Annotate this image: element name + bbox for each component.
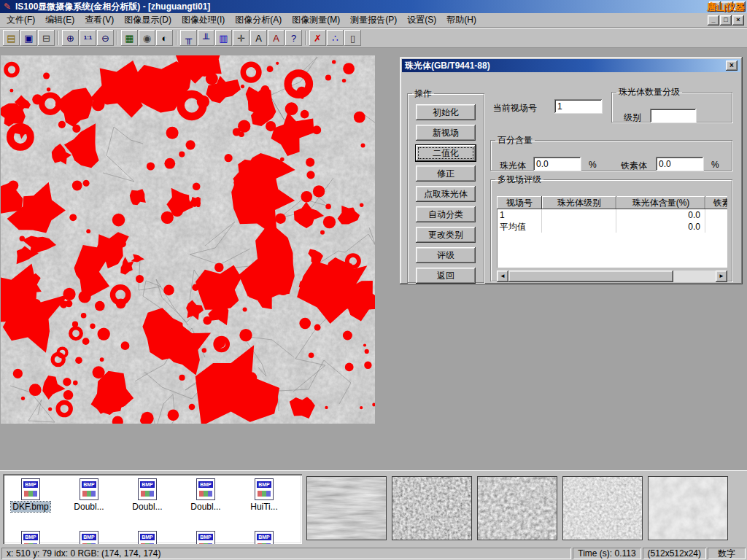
pearlite-percent-input[interactable] [533, 157, 581, 171]
scroll-left-icon[interactable]: ◄ [497, 271, 508, 282]
op-button-auto-classify[interactable]: 自动分类 [416, 206, 476, 222]
table-cell [542, 209, 616, 221]
cross-button[interactable]: ✛ [233, 30, 249, 46]
file-item-Doubl...[interactable]: BMPDoubl... [179, 478, 232, 512]
zoom-in-button[interactable]: ⊕ [62, 30, 79, 46]
op-button-rate[interactable]: 评级 [416, 247, 476, 263]
window-title: IS100显微摄像系统(金相分析版) - [zhuguangti01] [15, 1, 210, 13]
menu-item-image-measure[interactable]: 图像测量(M) [287, 12, 345, 28]
scrollbar-thumb[interactable] [508, 271, 673, 282]
binarize-button[interactable]: ◐ [156, 30, 173, 46]
measure-h-button[interactable]: ╥ [180, 30, 197, 46]
toolbar-separator [305, 31, 306, 45]
file-item-partial[interactable]: BMP [63, 531, 115, 544]
file-item-partial[interactable]: BMP [238, 531, 290, 544]
actual-size-button[interactable]: 1:1 [80, 30, 96, 46]
scroll-right-icon[interactable]: ► [716, 271, 727, 282]
mdi-close-button[interactable]: × [732, 15, 744, 26]
table-header-1: 珠光体级别 [542, 196, 616, 209]
save-button[interactable]: ▣ [20, 30, 37, 46]
scatter-button[interactable]: ∴ [327, 30, 344, 46]
thumbnail-5[interactable] [648, 476, 728, 540]
file-item-Doubl...[interactable]: BMPDoubl... [121, 478, 174, 512]
close-button[interactable]: × [734, 1, 746, 12]
menu-item-image-process[interactable]: 图像处理(I) [177, 12, 230, 28]
current-field-label: 当前视场号 [493, 102, 537, 114]
image-scribble [82, 491, 96, 497]
print-button[interactable]: ⊟ [38, 30, 55, 46]
op-button-return[interactable]: 返回 [416, 268, 476, 284]
title-bar: ✎ IS100显微摄像系统(金相分析版) - [zhuguangti01] _ … [0, 0, 747, 13]
op-button-change-class[interactable]: 更改类别 [416, 227, 476, 243]
bmp-file-icon: BMP [196, 531, 215, 544]
percent-group: 百分含量 珠光体 % 铁素体 % [490, 134, 732, 171]
table-row[interactable]: 10.0 [497, 209, 727, 221]
percent-group-label: 百分含量 [495, 134, 535, 147]
mdi-restore-button[interactable]: □ [720, 15, 732, 26]
menu-item-view[interactable]: 查看(V) [80, 12, 119, 28]
thumbnail-3[interactable] [477, 476, 557, 540]
mdi-minimize-button[interactable]: _ [708, 15, 719, 26]
thumbnail-1[interactable] [306, 476, 387, 540]
file-label: Doubl... [72, 502, 105, 512]
toolbar-separator [117, 31, 118, 45]
menu-item-file[interactable]: 文件(F) [1, 12, 40, 28]
op-button-new-field[interactable]: 新视场 [416, 125, 476, 141]
table-row[interactable]: 平均值0.0 [497, 221, 727, 233]
op-button-binarize[interactable]: 二值化 [416, 145, 476, 161]
file-item-partial[interactable]: BMP [179, 531, 232, 544]
grid-button[interactable]: ▥ [215, 30, 232, 46]
table-header-row: 视场号珠光体级别珠光体含量(%)铁素体含量(%) [497, 196, 727, 209]
menu-item-image-display[interactable]: 图像显示(D) [119, 12, 177, 28]
menu-item-image-analysis[interactable]: 图像分析(A) [230, 12, 287, 28]
maximize-button[interactable]: □ [721, 1, 733, 12]
measure-v-button[interactable]: ╨ [198, 30, 214, 46]
operation-group-label: 操作 [412, 88, 434, 100]
label-b-button[interactable]: A [268, 30, 285, 46]
image-scribble [82, 543, 96, 544]
menu-item-measure-report[interactable]: 测量报告(P) [345, 12, 402, 28]
bmp-badge: BMP [140, 534, 155, 540]
menu-item-settings[interactable]: 设置(S) [402, 12, 441, 28]
image-scribble [258, 543, 271, 544]
file-item-DKF.bmp[interactable]: BMPDKF.bmp [4, 478, 57, 512]
label-a-button[interactable]: A [250, 30, 267, 46]
ferrite-percent-input[interactable] [656, 157, 704, 171]
open-button[interactable]: ▤ [3, 30, 20, 46]
level-input[interactable] [650, 109, 697, 123]
thumbnail-4[interactable] [562, 476, 643, 540]
file-item-HuiTi...[interactable]: BMPHuiTi... [238, 478, 290, 512]
op-button-pick-pearlite[interactable]: 点取珠光体 [416, 186, 476, 202]
menu-item-help[interactable]: 帮助(H) [441, 12, 481, 28]
op-button-initialize[interactable]: 初始化 [416, 104, 476, 120]
dialog-close-button[interactable]: × [726, 61, 738, 71]
capture-icon: ◉ [143, 34, 151, 43]
image-size-status: (512x512x24) [643, 548, 706, 559]
file-label: Doubl... [131, 502, 163, 512]
current-field-input[interactable] [554, 99, 603, 114]
cursor-position-status: x: 510 y: 79 idx: 0 RGB: (174, 174, 174) [1, 548, 571, 559]
thumbnail-2[interactable] [392, 476, 472, 540]
mdi-workspace: 珠光体(GB/T9441-88) × 操作 初始化新视场二值化修正点取珠光体自动… [0, 48, 747, 470]
file-item-Doubl...[interactable]: BMPDoubl... [63, 478, 115, 512]
zoom-out-button[interactable]: ⊖ [97, 30, 114, 46]
scrollbar-track[interactable] [673, 271, 716, 282]
ruler-button[interactable]: ▯ [344, 30, 361, 46]
menu-item-edit[interactable]: 编辑(E) [40, 12, 80, 28]
help-button[interactable]: ? [285, 30, 302, 46]
image-scribble [24, 491, 37, 497]
table-header-2: 珠光体含量(%) [616, 196, 705, 209]
op-button-correct[interactable]: 修正 [416, 166, 476, 182]
rating-table: 视场号珠光体级别珠光体含量(%)铁素体含量(%) 10.0平均值0.0 [497, 196, 727, 268]
image-window-button[interactable]: ▦ [121, 30, 138, 46]
toolbar: ▤▣⊟⊕1:1⊖▦◉◐╥╨▥✛AA?✗∴▯ [0, 28, 747, 48]
table-header-0: 视场号 [497, 196, 542, 209]
image-scribble [24, 543, 37, 544]
minimize-button[interactable]: _ [709, 1, 721, 12]
help-icon: ? [291, 34, 296, 43]
capture-button[interactable]: ◉ [139, 30, 155, 46]
file-item-partial[interactable]: BMP [121, 531, 174, 544]
specimen-image[interactable] [1, 55, 375, 424]
delete-mark-button[interactable]: ✗ [309, 30, 326, 46]
file-item-partial[interactable]: BMP [4, 531, 57, 544]
